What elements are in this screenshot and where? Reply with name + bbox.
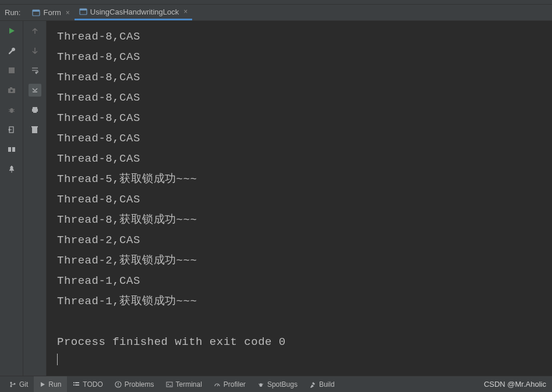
- svg-line-10: [9, 109, 10, 110]
- bottom-label: Git: [19, 380, 28, 389]
- scroll-to-end-icon[interactable]: [29, 84, 41, 97]
- bottom-todo[interactable]: TODO: [67, 376, 108, 392]
- svg-rect-17: [33, 107, 37, 109]
- bottom-git[interactable]: Git: [3, 376, 34, 392]
- svg-marker-25: [41, 382, 45, 387]
- exit-icon[interactable]: [5, 123, 18, 136]
- stop-icon[interactable]: [5, 64, 18, 77]
- hammer-icon: [309, 381, 316, 388]
- bottom-profiler[interactable]: Profiler: [208, 376, 252, 392]
- run-label: Run:: [0, 8, 27, 17]
- bottom-terminal[interactable]: Terminal: [160, 376, 208, 392]
- play-icon: [40, 382, 45, 387]
- svg-rect-5: [9, 67, 15, 73]
- svg-point-35: [259, 383, 262, 387]
- gauge-icon: [214, 381, 221, 388]
- run-config-icon: [32, 9, 40, 17]
- svg-rect-29: [75, 384, 79, 386]
- bottom-label: SpotBugs: [267, 380, 298, 389]
- svg-rect-28: [73, 384, 75, 386]
- console-output[interactable]: Thread-8,CAS Thread-8,CAS Thread-8,CAS T…: [47, 21, 552, 376]
- svg-point-9: [10, 108, 13, 113]
- bottom-label: Problems: [125, 380, 154, 389]
- tab-form[interactable]: Form ×: [27, 5, 74, 20]
- bottom-problems[interactable]: Problems: [109, 376, 160, 392]
- svg-rect-31: [118, 383, 118, 385]
- svg-line-11: [13, 109, 15, 110]
- svg-rect-1: [33, 10, 40, 12]
- bottom-label: Terminal: [176, 380, 202, 389]
- trash-icon[interactable]: [29, 123, 41, 136]
- svg-line-37: [262, 384, 263, 384]
- bottom-spotbugs[interactable]: SpotBugs: [252, 376, 303, 392]
- main-area: Thread-8,CAS Thread-8,CAS Thread-8,CAS T…: [0, 21, 552, 376]
- title-bar-stub: [0, 0, 552, 5]
- soft-wrap-icon[interactable]: [29, 64, 41, 77]
- svg-rect-19: [33, 111, 37, 113]
- svg-rect-8: [10, 87, 12, 88]
- close-icon[interactable]: ×: [66, 9, 70, 17]
- svg-rect-27: [75, 382, 79, 383]
- svg-rect-32: [118, 386, 118, 386]
- bottom-build[interactable]: Build: [303, 376, 341, 392]
- left-gutter-2: [23, 21, 47, 376]
- print-icon[interactable]: [29, 104, 41, 116]
- rerun-icon[interactable]: [5, 24, 18, 37]
- svg-line-12: [9, 111, 10, 112]
- camera-icon[interactable]: [5, 84, 18, 97]
- svg-point-7: [10, 90, 13, 92]
- svg-rect-16: [12, 147, 15, 152]
- tab-usingcashandwritinglock[interactable]: UsingCasHandwritingLock ×: [75, 5, 192, 20]
- tab-label: UsingCasHandwritingLock: [90, 8, 179, 16]
- terminal-icon: [166, 381, 173, 388]
- svg-line-34: [217, 384, 218, 386]
- git-branch-icon: [9, 381, 16, 388]
- svg-rect-3: [80, 9, 87, 10]
- svg-marker-4: [9, 28, 15, 34]
- bug-small-icon: [257, 381, 264, 388]
- tab-label: Form: [43, 8, 61, 17]
- layout-icon[interactable]: [5, 143, 18, 156]
- pin-icon[interactable]: [5, 163, 18, 176]
- bottom-run[interactable]: Run: [34, 376, 67, 392]
- svg-rect-26: [73, 382, 75, 383]
- svg-rect-20: [32, 127, 37, 133]
- svg-line-36: [259, 384, 260, 384]
- text-cursor: [57, 354, 58, 365]
- bottom-label: Profiler: [224, 380, 246, 389]
- run-tab-row: Run: Form × UsingCasHandwritingLock ×: [0, 5, 552, 21]
- run-config-icon: [79, 8, 87, 16]
- bottom-label: TODO: [83, 380, 102, 389]
- bottom-tool-bar: Git Run TODO Problems Terminal Profiler: [0, 376, 552, 392]
- bottom-label: Build: [319, 380, 335, 389]
- left-gutter-1: [0, 21, 23, 376]
- list-icon: [73, 381, 80, 388]
- down-arrow-icon[interactable]: [29, 44, 41, 57]
- up-arrow-icon[interactable]: [29, 24, 41, 37]
- close-icon[interactable]: ×: [183, 8, 187, 16]
- svg-rect-21: [31, 126, 38, 127]
- svg-line-13: [13, 111, 15, 112]
- svg-rect-15: [8, 147, 11, 152]
- bug-icon[interactable]: [5, 104, 18, 116]
- wrench-icon[interactable]: [5, 44, 18, 57]
- warning-icon: [115, 381, 122, 388]
- bottom-label: Run: [48, 380, 61, 389]
